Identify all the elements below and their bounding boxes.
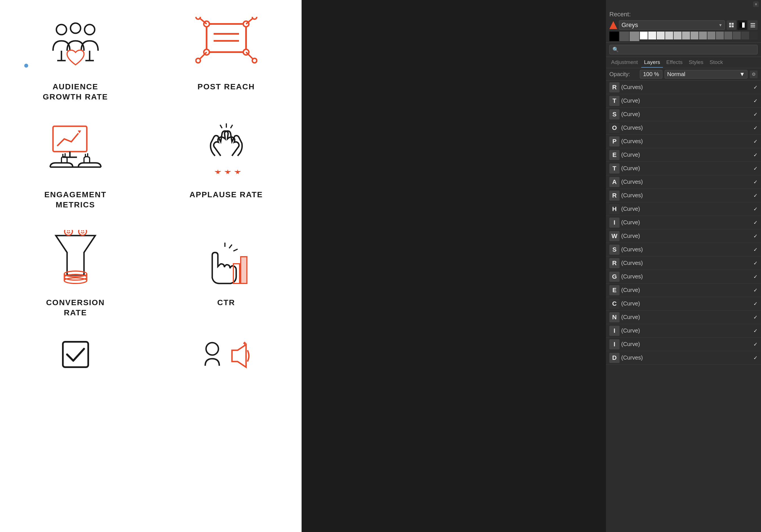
layer-visibility-check[interactable]: ✓: [753, 125, 758, 131]
layer-visibility-check[interactable]: ✓: [753, 260, 758, 266]
settings-icon[interactable]: ⚙: [750, 71, 758, 78]
layer-item[interactable]: G(Curves)✓: [606, 270, 761, 283]
layer-visibility-check[interactable]: ✓: [753, 273, 758, 280]
icon-cell-conversion: CONVERSIONRATE: [0, 221, 151, 329]
swatch-black[interactable]: [610, 31, 619, 41]
layer-visibility-check[interactable]: ✓: [753, 301, 758, 307]
layer-visibility-check[interactable]: ✓: [753, 247, 758, 253]
svg-point-42: [83, 230, 84, 231]
swatch-g7[interactable]: [699, 31, 707, 39]
swatch-g4[interactable]: [673, 31, 681, 39]
top-bar: ≡: [606, 0, 761, 9]
layer-item[interactable]: S(Curve)✓: [606, 108, 761, 121]
layer-item[interactable]: C(Curve)✓: [606, 297, 761, 311]
layer-thumbnail: S: [610, 109, 619, 119]
swatch-g8[interactable]: [707, 31, 715, 39]
layer-visibility-check[interactable]: ✓: [753, 179, 758, 185]
layer-item[interactable]: I(Curve)✓: [606, 337, 761, 351]
layer-item[interactable]: N(Curve)✓: [606, 311, 761, 324]
layer-visibility-check[interactable]: ✓: [753, 314, 758, 321]
view-toggle-buttons: [727, 20, 758, 30]
layer-item[interactable]: O(Curves)✓: [606, 121, 761, 135]
layer-item[interactable]: H(Curve)✓: [606, 202, 761, 216]
svg-point-1: [85, 25, 95, 35]
swatch-dark-grey[interactable]: [619, 31, 629, 41]
swatch-w1[interactable]: [640, 31, 648, 39]
layer-thumbnail: P: [610, 136, 619, 147]
layer-item[interactable]: D(Curves)✓: [606, 351, 761, 365]
layer-thumbnail: T: [610, 96, 619, 106]
layer-visibility-check[interactable]: ✓: [753, 206, 758, 212]
middle-area: [302, 0, 606, 532]
swatch-g12[interactable]: [741, 31, 749, 39]
swatch-g1[interactable]: [648, 31, 656, 39]
swatch-g5[interactable]: [682, 31, 690, 39]
layer-visibility-check[interactable]: ✓: [753, 84, 758, 90]
layer-item[interactable]: T(Curve)✓: [606, 162, 761, 175]
layer-item[interactable]: T(Curve)✓: [606, 94, 761, 108]
layer-visibility-check[interactable]: ✓: [753, 193, 758, 199]
layer-item[interactable]: W(Curve)✓: [606, 229, 761, 243]
panel-toggle-btn[interactable]: ≡: [753, 1, 759, 7]
tab-styles[interactable]: Styles: [686, 57, 706, 68]
layer-visibility-check[interactable]: ✓: [753, 341, 758, 347]
svg-point-18: [196, 17, 201, 19]
layer-visibility-check[interactable]: ✓: [753, 98, 758, 104]
layer-thumbnail: W: [610, 231, 619, 241]
layer-item[interactable]: S(Curves)✓: [606, 243, 761, 257]
blend-mode-dropdown[interactable]: Normal ▼: [665, 70, 747, 79]
swatch-g10[interactable]: [724, 31, 732, 39]
layer-item[interactable]: R(Curves)✓: [606, 257, 761, 270]
layer-item[interactable]: R(Curves)✓: [606, 189, 761, 202]
layer-item[interactable]: A(Curves)✓: [606, 175, 761, 189]
layer-name: (Curve): [621, 111, 752, 117]
layer-visibility-check[interactable]: ✓: [753, 355, 758, 361]
swatch-mid-grey[interactable]: [630, 31, 639, 41]
opacity-value[interactable]: 100 %: [640, 70, 662, 79]
layer-item[interactable]: I(Curve)✓: [606, 324, 761, 337]
layer-name: (Curve): [621, 151, 752, 158]
layer-visibility-check[interactable]: ✓: [753, 165, 758, 172]
swatch-g2[interactable]: [657, 31, 665, 39]
layer-visibility-check[interactable]: ✓: [753, 111, 758, 117]
applause-label: APPLAUSE RATE: [189, 190, 263, 200]
svg-line-33: [220, 125, 222, 128]
opacity-row: Opacity: 100 % Normal ▼ ⚙: [606, 68, 761, 81]
svg-line-55: [233, 249, 238, 251]
icon-cell-applause: APPLAUSE RATE: [151, 114, 302, 221]
layer-name: (Curve): [621, 97, 752, 104]
preset-dropdown[interactable]: Greys ▼: [619, 20, 725, 30]
search-input[interactable]: 🔍: [610, 45, 758, 54]
postreach-label: POST REACH: [198, 82, 255, 92]
bw-swatch-btn[interactable]: [737, 20, 747, 30]
layer-item[interactable]: E(Curve)✓: [606, 148, 761, 162]
list-view-btn[interactable]: [748, 20, 758, 30]
layer-visibility-check[interactable]: ✓: [753, 152, 758, 158]
layer-visibility-check[interactable]: ✓: [753, 219, 758, 226]
layer-item[interactable]: I(Curve)✓: [606, 216, 761, 229]
layer-thumbnail: E: [610, 150, 619, 160]
layer-name: (Curves): [621, 179, 752, 185]
icon-ctr: [195, 230, 257, 292]
layer-item[interactable]: R(Curves)✓: [606, 81, 761, 94]
swatch-g3[interactable]: [665, 31, 673, 39]
layer-thumbnail: R: [610, 82, 619, 92]
layers-list[interactable]: R(Curves)✓T(Curve)✓S(Curve)✓O(Curves)✓P(…: [606, 81, 761, 532]
swatch-g13[interactable]: [750, 31, 758, 39]
layer-visibility-check[interactable]: ✓: [753, 233, 758, 239]
swatch-g9[interactable]: [716, 31, 724, 39]
layer-name: (Curves): [621, 84, 752, 90]
tab-effects[interactable]: Effects: [664, 57, 685, 68]
tab-stock[interactable]: Stock: [707, 57, 726, 68]
tab-adjustment[interactable]: Adjustment: [608, 57, 641, 68]
grid-view-btn[interactable]: [727, 20, 736, 30]
layer-visibility-check[interactable]: ✓: [753, 328, 758, 334]
swatch-g6[interactable]: [690, 31, 698, 39]
layer-item[interactable]: P(Curves)✓: [606, 135, 761, 148]
swatch-g11[interactable]: [733, 31, 741, 39]
layer-visibility-check[interactable]: ✓: [753, 287, 758, 293]
layer-visibility-check[interactable]: ✓: [753, 138, 758, 145]
layer-item[interactable]: E(Curve)✓: [606, 283, 761, 297]
tab-layers[interactable]: Layers: [641, 57, 663, 68]
svg-line-53: [229, 245, 232, 248]
